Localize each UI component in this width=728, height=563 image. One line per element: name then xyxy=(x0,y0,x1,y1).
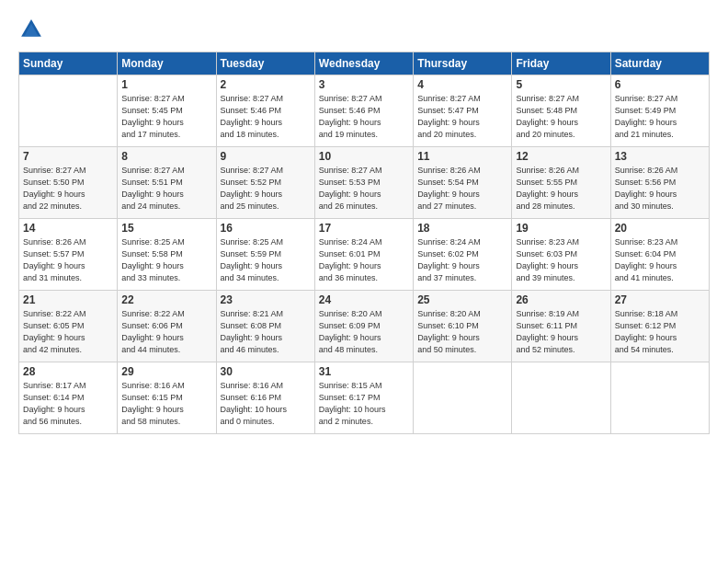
day-info: Sunrise: 8:24 AM Sunset: 6:02 PM Dayligh… xyxy=(417,236,507,284)
day-info: Sunrise: 8:27 AM Sunset: 5:53 PM Dayligh… xyxy=(319,165,409,213)
calendar-cell: 15Sunrise: 8:25 AM Sunset: 5:58 PM Dayli… xyxy=(118,219,216,291)
calendar-cell: 20Sunrise: 8:23 AM Sunset: 6:04 PM Dayli… xyxy=(610,219,709,291)
header xyxy=(18,17,710,42)
day-info: Sunrise: 8:23 AM Sunset: 6:03 PM Dayligh… xyxy=(516,236,606,284)
calendar-cell xyxy=(512,362,610,434)
calendar-cell: 23Sunrise: 8:21 AM Sunset: 6:08 PM Dayli… xyxy=(216,291,314,362)
day-info: Sunrise: 8:25 AM Sunset: 5:58 PM Dayligh… xyxy=(121,236,211,284)
day-info: Sunrise: 8:27 AM Sunset: 5:50 PM Dayligh… xyxy=(23,165,113,213)
day-number: 21 xyxy=(23,293,113,306)
day-number: 1 xyxy=(121,78,211,91)
day-info: Sunrise: 8:21 AM Sunset: 6:08 PM Dayligh… xyxy=(221,308,311,356)
day-info: Sunrise: 8:27 AM Sunset: 5:45 PM Dayligh… xyxy=(121,93,211,141)
day-number: 26 xyxy=(516,293,606,306)
day-info: Sunrise: 8:19 AM Sunset: 6:11 PM Dayligh… xyxy=(516,308,606,356)
calendar-cell: 30Sunrise: 8:16 AM Sunset: 6:16 PM Dayli… xyxy=(216,362,314,434)
calendar-week-row: 28Sunrise: 8:17 AM Sunset: 6:14 PM Dayli… xyxy=(19,362,710,434)
calendar-cell: 8Sunrise: 8:27 AM Sunset: 5:51 PM Daylig… xyxy=(118,147,216,219)
day-info: Sunrise: 8:22 AM Sunset: 6:05 PM Dayligh… xyxy=(23,308,113,356)
calendar-cell: 9Sunrise: 8:27 AM Sunset: 5:52 PM Daylig… xyxy=(216,147,314,219)
day-number: 5 xyxy=(516,78,606,91)
calendar-cell: 27Sunrise: 8:18 AM Sunset: 6:12 PM Dayli… xyxy=(610,291,709,362)
day-number: 31 xyxy=(319,365,409,378)
calendar-cell: 22Sunrise: 8:22 AM Sunset: 6:06 PM Dayli… xyxy=(118,291,216,362)
day-number: 27 xyxy=(615,293,705,306)
day-number: 29 xyxy=(121,365,211,378)
weekday-header: Saturday xyxy=(610,52,709,75)
day-number: 23 xyxy=(221,293,311,306)
day-number: 19 xyxy=(516,222,606,235)
calendar-cell: 13Sunrise: 8:26 AM Sunset: 5:56 PM Dayli… xyxy=(610,147,709,219)
calendar-week-row: 14Sunrise: 8:26 AM Sunset: 5:57 PM Dayli… xyxy=(19,219,710,291)
calendar-cell: 11Sunrise: 8:26 AM Sunset: 5:54 PM Dayli… xyxy=(414,147,512,219)
day-number: 6 xyxy=(615,78,705,91)
day-number: 8 xyxy=(121,150,211,163)
calendar-cell: 17Sunrise: 8:24 AM Sunset: 6:01 PM Dayli… xyxy=(314,219,413,291)
calendar-cell: 7Sunrise: 8:27 AM Sunset: 5:50 PM Daylig… xyxy=(19,147,118,219)
calendar-cell: 16Sunrise: 8:25 AM Sunset: 5:59 PM Dayli… xyxy=(216,219,314,291)
calendar-cell: 14Sunrise: 8:26 AM Sunset: 5:57 PM Dayli… xyxy=(19,219,118,291)
calendar-cell xyxy=(414,362,512,434)
calendar-cell: 18Sunrise: 8:24 AM Sunset: 6:02 PM Dayli… xyxy=(414,219,512,291)
day-number: 17 xyxy=(319,222,409,235)
calendar-cell: 26Sunrise: 8:19 AM Sunset: 6:11 PM Dayli… xyxy=(512,291,610,362)
page: SundayMondayTuesdayWednesdayThursdayFrid… xyxy=(0,0,728,563)
day-number: 28 xyxy=(23,365,113,378)
calendar-cell: 12Sunrise: 8:26 AM Sunset: 5:55 PM Dayli… xyxy=(512,147,610,219)
calendar-cell: 3Sunrise: 8:27 AM Sunset: 5:46 PM Daylig… xyxy=(314,75,413,147)
day-info: Sunrise: 8:27 AM Sunset: 5:49 PM Dayligh… xyxy=(615,93,705,141)
day-number: 2 xyxy=(221,78,311,91)
calendar-cell: 25Sunrise: 8:20 AM Sunset: 6:10 PM Dayli… xyxy=(414,291,512,362)
day-info: Sunrise: 8:24 AM Sunset: 6:01 PM Dayligh… xyxy=(319,236,409,284)
day-info: Sunrise: 8:17 AM Sunset: 6:14 PM Dayligh… xyxy=(23,380,113,428)
day-info: Sunrise: 8:18 AM Sunset: 6:12 PM Dayligh… xyxy=(615,308,705,356)
day-number: 3 xyxy=(319,78,409,91)
day-info: Sunrise: 8:26 AM Sunset: 5:56 PM Dayligh… xyxy=(615,165,705,213)
day-info: Sunrise: 8:22 AM Sunset: 6:06 PM Dayligh… xyxy=(121,308,211,356)
day-info: Sunrise: 8:26 AM Sunset: 5:54 PM Dayligh… xyxy=(417,165,507,213)
calendar-cell: 28Sunrise: 8:17 AM Sunset: 6:14 PM Dayli… xyxy=(19,362,118,434)
day-info: Sunrise: 8:27 AM Sunset: 5:46 PM Dayligh… xyxy=(221,93,311,141)
calendar-cell: 4Sunrise: 8:27 AM Sunset: 5:47 PM Daylig… xyxy=(414,75,512,147)
day-number: 22 xyxy=(121,293,211,306)
calendar-cell: 1Sunrise: 8:27 AM Sunset: 5:45 PM Daylig… xyxy=(118,75,216,147)
day-number: 12 xyxy=(516,150,606,163)
day-info: Sunrise: 8:26 AM Sunset: 5:55 PM Dayligh… xyxy=(516,165,606,213)
day-number: 18 xyxy=(417,222,507,235)
day-info: Sunrise: 8:27 AM Sunset: 5:47 PM Dayligh… xyxy=(417,93,507,141)
day-info: Sunrise: 8:27 AM Sunset: 5:46 PM Dayligh… xyxy=(319,93,409,141)
weekday-header: Tuesday xyxy=(216,52,314,75)
day-info: Sunrise: 8:27 AM Sunset: 5:51 PM Dayligh… xyxy=(121,165,211,213)
calendar-cell: 29Sunrise: 8:16 AM Sunset: 6:15 PM Dayli… xyxy=(118,362,216,434)
day-number: 13 xyxy=(615,150,705,163)
calendar-cell: 19Sunrise: 8:23 AM Sunset: 6:03 PM Dayli… xyxy=(512,219,610,291)
calendar-table: SundayMondayTuesdayWednesdayThursdayFrid… xyxy=(18,52,710,434)
day-info: Sunrise: 8:23 AM Sunset: 6:04 PM Dayligh… xyxy=(615,236,705,284)
calendar-week-row: 7Sunrise: 8:27 AM Sunset: 5:50 PM Daylig… xyxy=(19,147,710,219)
calendar-cell: 5Sunrise: 8:27 AM Sunset: 5:48 PM Daylig… xyxy=(512,75,610,147)
day-info: Sunrise: 8:20 AM Sunset: 6:10 PM Dayligh… xyxy=(417,308,507,356)
calendar-cell: 31Sunrise: 8:15 AM Sunset: 6:17 PM Dayli… xyxy=(314,362,413,434)
day-number: 20 xyxy=(615,222,705,235)
day-number: 11 xyxy=(417,150,507,163)
weekday-header: Monday xyxy=(118,52,216,75)
day-number: 9 xyxy=(221,150,311,163)
day-info: Sunrise: 8:16 AM Sunset: 6:16 PM Dayligh… xyxy=(221,380,311,428)
day-number: 14 xyxy=(23,222,113,235)
day-info: Sunrise: 8:16 AM Sunset: 6:15 PM Dayligh… xyxy=(121,380,211,428)
weekday-header: Wednesday xyxy=(314,52,413,75)
calendar-cell: 6Sunrise: 8:27 AM Sunset: 5:49 PM Daylig… xyxy=(610,75,709,147)
day-info: Sunrise: 8:20 AM Sunset: 6:09 PM Dayligh… xyxy=(319,308,409,356)
day-number: 4 xyxy=(417,78,507,91)
day-info: Sunrise: 8:27 AM Sunset: 5:48 PM Dayligh… xyxy=(516,93,606,141)
day-number: 16 xyxy=(221,222,311,235)
calendar-cell: 10Sunrise: 8:27 AM Sunset: 5:53 PM Dayli… xyxy=(314,147,413,219)
day-number: 24 xyxy=(319,293,409,306)
calendar-cell: 2Sunrise: 8:27 AM Sunset: 5:46 PM Daylig… xyxy=(216,75,314,147)
calendar-week-row: 1Sunrise: 8:27 AM Sunset: 5:45 PM Daylig… xyxy=(19,75,710,147)
day-info: Sunrise: 8:27 AM Sunset: 5:52 PM Dayligh… xyxy=(221,165,311,213)
day-info: Sunrise: 8:26 AM Sunset: 5:57 PM Dayligh… xyxy=(23,236,113,284)
weekday-header: Friday xyxy=(512,52,610,75)
day-info: Sunrise: 8:25 AM Sunset: 5:59 PM Dayligh… xyxy=(221,236,311,284)
calendar-cell: 21Sunrise: 8:22 AM Sunset: 6:05 PM Dayli… xyxy=(19,291,118,362)
